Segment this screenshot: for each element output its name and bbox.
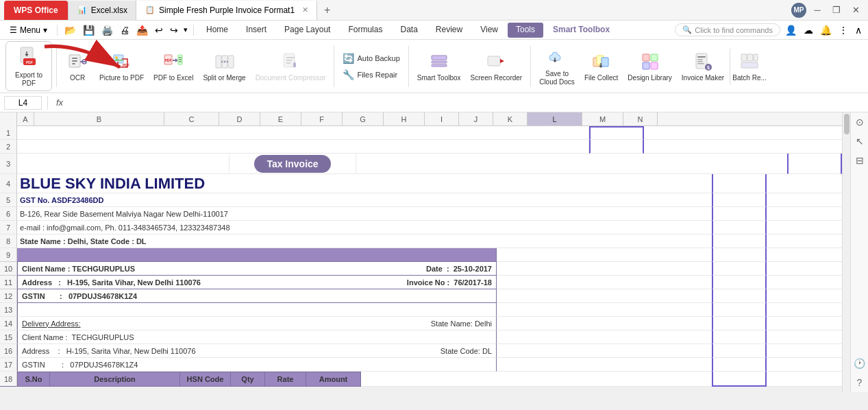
table-header-description[interactable]: Description (50, 372, 180, 387)
cell-row16[interactable]: Address : H-195, Sarita Vihar, New Delhi… (17, 344, 497, 358)
tab-review[interactable]: Review (427, 23, 471, 38)
cell-row15-rest[interactable] (497, 330, 712, 344)
cell-row3-rest[interactable] (356, 154, 787, 174)
cell-l16[interactable] (712, 344, 767, 358)
cell-l2-selected[interactable] (589, 140, 644, 154)
cell-l9-selected[interactable] (712, 248, 767, 262)
split-or-merge-button[interactable]: Split or Merge (199, 48, 249, 85)
cell-row10[interactable]: Client Name : TECHGURUPLUS Date : 25-10-… (17, 262, 497, 276)
col-header-j[interactable]: J (459, 112, 493, 125)
col-header-f[interactable]: F (301, 112, 343, 125)
scroll-thumb[interactable] (844, 114, 850, 134)
col-header-e[interactable]: E (260, 112, 301, 125)
print-icon[interactable]: 🖨 (117, 23, 132, 37)
cell-row10-rest[interactable] (497, 262, 712, 276)
cell-l12[interactable] (712, 289, 767, 303)
cell-row15[interactable]: Client Name : TECHGURUPLUS (17, 330, 497, 344)
clock-recent-icon[interactable]: 🕐 (853, 357, 867, 370)
cell-l8-selected[interactable] (712, 234, 767, 248)
tab-insert[interactable]: Insert (238, 23, 275, 38)
excel-tab[interactable]: 📊 Excel.xlsx (69, 1, 136, 20)
cell-l1-selected[interactable] (589, 126, 644, 140)
save-to-cloud-button[interactable]: Save toCloud Docs (535, 44, 579, 89)
cell-l15[interactable] (712, 330, 767, 344)
cell-row1-rest[interactable] (644, 126, 842, 140)
cell-l13[interactable] (712, 303, 767, 317)
redo-icon[interactable]: ↪ (167, 23, 181, 37)
invoice-tab[interactable]: 📋 Simple Fresh Purple Invoice Format1 ✕ (136, 1, 317, 20)
cell-l7-selected[interactable] (712, 221, 767, 234)
cell-row12-rest[interactable] (497, 289, 712, 303)
pdf-to-excel-button[interactable]: PDF PDF to Excel (149, 48, 197, 85)
cell-row14-rest[interactable] (497, 317, 712, 330)
col-header-g[interactable]: G (343, 112, 384, 125)
table-header-qty[interactable]: Qty (231, 372, 265, 387)
export-pdf-button[interactable]: PDF Export toPDF (5, 41, 52, 91)
menu-button[interactable]: ☰ Menu ▾ (4, 23, 53, 37)
cell-row15-rest2[interactable] (767, 330, 842, 344)
cell-row5-rest[interactable] (767, 193, 842, 207)
cell-row12-rest2[interactable] (767, 289, 842, 303)
help-icon[interactable]: ? (853, 376, 867, 389)
cell-row18-rest2[interactable] (767, 372, 842, 387)
restore-button[interactable]: ❐ (828, 2, 845, 19)
col-header-a[interactable]: A (17, 112, 34, 125)
design-library-button[interactable]: Design Library (623, 48, 675, 85)
cell-row3-ab[interactable] (17, 154, 230, 174)
cell-row14-rest2[interactable] (767, 317, 842, 330)
table-header-sno[interactable]: S.No (17, 372, 50, 387)
table-header-amount[interactable]: Amount (306, 372, 361, 387)
cell-row11[interactable]: Address : H-195, Sarita Vihar, New Delhi… (17, 276, 497, 289)
cell-row18-rest[interactable] (361, 372, 712, 387)
cloud-upload-icon[interactable]: ☁ (802, 23, 815, 37)
share-icon[interactable]: 👤 (783, 23, 799, 37)
auto-backup-button[interactable]: 🔄 Auto Backup (338, 51, 404, 65)
cell-l14[interactable] (712, 317, 767, 330)
cell-row16-rest2[interactable] (767, 344, 842, 358)
col-header-i[interactable]: I (425, 112, 459, 125)
cell-row11-rest[interactable] (497, 276, 712, 289)
cell-row17[interactable]: GSTIN : 07PDUJS4678K1Z4 (17, 358, 497, 372)
cell-row8[interactable]: State Name : Delhi, State Code : DL (17, 234, 712, 248)
col-header-l[interactable]: L (528, 112, 582, 125)
tab-data[interactable]: Data (392, 23, 425, 38)
cell-row13[interactable] (17, 303, 497, 317)
save-icon[interactable]: 💾 (80, 23, 97, 37)
cell-row7-rest[interactable] (767, 221, 842, 234)
close-tab-icon[interactable]: ✕ (302, 5, 308, 14)
tab-formulas[interactable]: Formulas (340, 23, 390, 38)
cell-l5-selected[interactable] (712, 193, 767, 207)
cell-row6[interactable]: B-126, Rear Side Basement Malviya Nagar … (17, 207, 712, 221)
cell-row4[interactable]: BLUE SKY INDIA LIMITED (17, 174, 712, 193)
cell-row2-rest[interactable] (644, 140, 842, 154)
cell-row10-rest2[interactable] (767, 262, 842, 276)
document-compressor-button[interactable]: Document Compressor (251, 48, 330, 85)
redo-dropdown-icon[interactable]: ▾ (182, 24, 189, 36)
cell-row9-purple[interactable] (17, 248, 497, 262)
cell-row7[interactable]: e-mail : info@gmail.com, Ph. 011-3483465… (17, 221, 712, 234)
cell-l11[interactable] (712, 276, 767, 289)
collapse-ribbon-icon[interactable]: ∧ (853, 23, 864, 37)
cell-l3-selected[interactable] (787, 154, 842, 174)
cell-row8-rest[interactable] (767, 234, 842, 248)
cell-row2[interactable] (17, 140, 589, 154)
cell-row14[interactable]: Delivery Address: State Name: Delhi (17, 317, 497, 330)
cell-reference-input[interactable] (4, 96, 42, 110)
batch-button[interactable]: Batch Re... (730, 48, 767, 85)
cell-l17[interactable] (712, 358, 767, 372)
export-icon[interactable]: 📤 (134, 23, 151, 37)
invoice-maker-button[interactable]: $ Invoice Maker (678, 48, 728, 85)
cell-row1[interactable] (17, 126, 589, 140)
filter-icon[interactable]: ⊟ (853, 154, 867, 167)
cell-row17-rest2[interactable] (767, 358, 842, 372)
col-header-h[interactable]: H (384, 112, 425, 125)
add-tab-button[interactable]: + (317, 4, 337, 16)
cell-row9-rest2[interactable] (767, 248, 842, 262)
cell-row3-cdef[interactable]: Tax Invoice (230, 154, 356, 174)
cell-l10-selected[interactable] (712, 262, 767, 276)
col-header-d[interactable]: D (219, 112, 260, 125)
vertical-scrollbar[interactable] (842, 112, 850, 392)
close-button[interactable]: ✕ (847, 2, 864, 19)
tab-tools[interactable]: Tools (508, 23, 543, 38)
history-icon[interactable]: ⊙ (853, 115, 867, 129)
